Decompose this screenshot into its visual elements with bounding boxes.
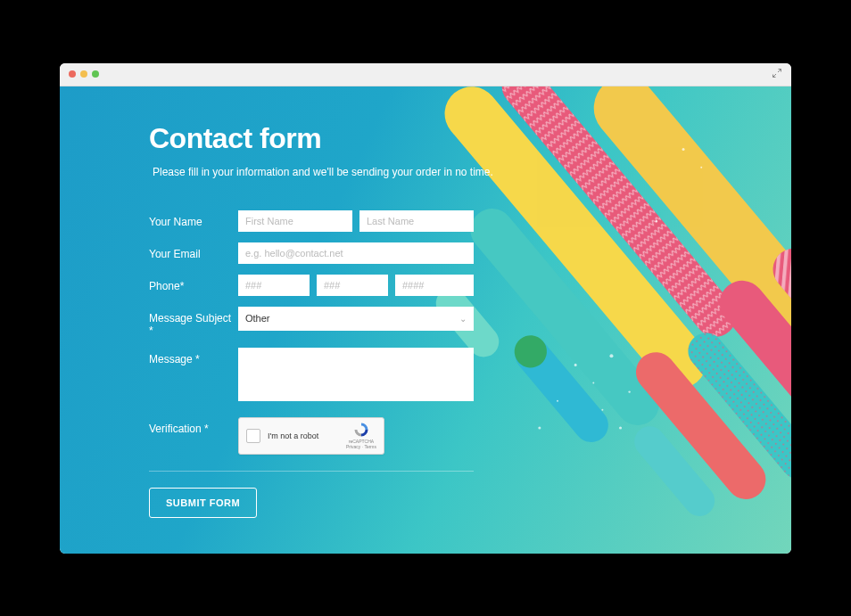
recaptcha-widget: I'm not a robot reCAPTCHA Privacy · Term… <box>238 417 384 455</box>
svg-rect-7 <box>508 331 616 449</box>
svg-point-26 <box>682 148 685 151</box>
row-message: Message * <box>149 348 506 401</box>
page-subtitle: Please fill in your information and we'l… <box>149 166 506 178</box>
svg-point-19 <box>609 354 613 357</box>
svg-point-22 <box>656 219 657 221</box>
chevron-down-icon: ⌄ <box>459 314 467 324</box>
close-window-button[interactable] <box>69 70 76 78</box>
svg-point-27 <box>700 166 702 168</box>
svg-point-24 <box>601 408 603 410</box>
minimize-window-button[interactable] <box>80 70 87 78</box>
svg-point-20 <box>557 399 558 401</box>
row-subject: Message Subject * Other ⌄ <box>149 307 506 337</box>
svg-rect-14 <box>764 240 791 431</box>
subject-select[interactable]: Other ⌄ <box>238 307 474 331</box>
svg-rect-15 <box>764 240 791 431</box>
maximize-window-button[interactable] <box>92 70 99 78</box>
svg-rect-3 <box>493 86 745 345</box>
phone-prefix-input[interactable] <box>317 275 388 296</box>
recaptcha-icon <box>353 422 369 438</box>
svg-rect-10 <box>628 344 774 507</box>
recaptcha-badge: reCAPTCHA Privacy · Terms <box>346 422 376 449</box>
row-name: Your Name <box>149 210 506 232</box>
form-divider <box>149 471 474 472</box>
recaptcha-label: I'm not a robot <box>268 431 339 440</box>
svg-point-23 <box>538 426 541 429</box>
last-name-input[interactable] <box>359 210 474 232</box>
submit-button[interactable]: SUBMIT FORM <box>149 488 257 518</box>
svg-point-18 <box>592 382 594 383</box>
svg-rect-13 <box>711 271 791 465</box>
label-message: Message * <box>149 348 238 365</box>
first-name-input[interactable] <box>238 210 352 232</box>
label-phone: Phone* <box>149 275 238 292</box>
message-textarea[interactable] <box>238 348 474 401</box>
page-title: Contact form <box>149 122 506 155</box>
svg-rect-12 <box>681 325 791 486</box>
svg-rect-16 <box>628 420 721 522</box>
phone-line-input[interactable] <box>395 275 474 296</box>
svg-point-17 <box>574 363 577 365</box>
contact-form-panel: Contact form Please fill in your informa… <box>60 86 506 518</box>
browser-titlebar <box>60 63 791 86</box>
expand-icon[interactable] <box>772 68 782 81</box>
label-email: Your Email <box>149 242 238 260</box>
label-name: Your Name <box>149 210 238 228</box>
browser-window: Contact form Please fill in your informa… <box>60 63 791 554</box>
row-email: Your Email <box>149 242 506 264</box>
phone-area-input[interactable] <box>238 275 310 296</box>
row-verification: Verification * I'm not a robot reCAPTCHA <box>149 417 506 455</box>
label-verification: Verification * <box>149 417 238 435</box>
svg-rect-6 <box>581 86 791 393</box>
page-body: Contact form Please fill in your informa… <box>60 86 791 554</box>
svg-rect-4 <box>493 86 745 345</box>
svg-point-25 <box>619 426 622 429</box>
svg-point-21 <box>628 390 630 392</box>
window-controls <box>69 70 99 78</box>
label-subject: Message Subject * <box>149 307 238 337</box>
svg-point-9 <box>508 328 553 374</box>
subject-selected-value: Other <box>245 313 270 324</box>
email-input[interactable] <box>238 242 474 264</box>
row-phone: Phone* <box>149 275 506 296</box>
recaptcha-checkbox[interactable] <box>246 429 260 443</box>
svg-rect-11 <box>681 325 791 486</box>
